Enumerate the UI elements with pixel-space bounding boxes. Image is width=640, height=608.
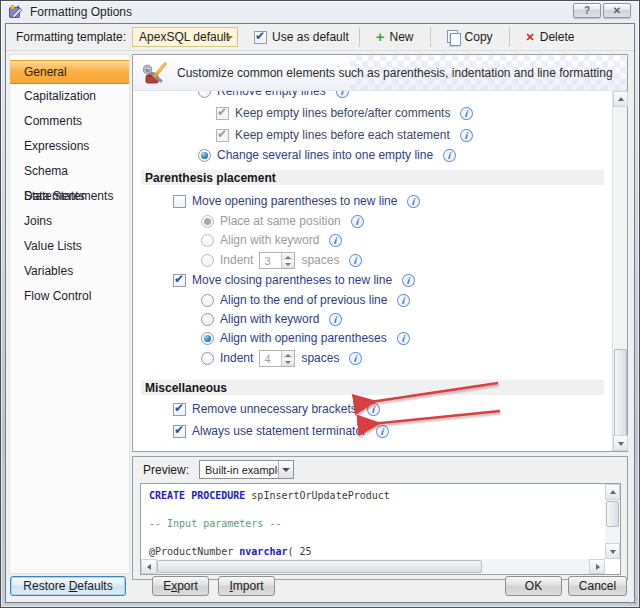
option-move-closing-parentheses[interactable]: Move closing parentheses to new line i: [173, 272, 612, 288]
scrollbar-thumb[interactable]: [614, 349, 627, 439]
resize-grip[interactable]: [627, 595, 637, 605]
radio-icon[interactable]: [198, 91, 211, 98]
checkbox-icon[interactable]: [173, 403, 186, 416]
info-icon[interactable]: i: [442, 148, 457, 163]
ok-button[interactable]: OK: [505, 576, 562, 596]
checkbox-icon[interactable]: [216, 107, 229, 120]
option-align-with-keyword-closing[interactable]: Align with keyword i: [201, 311, 612, 327]
option-place-at-same-position[interactable]: Place at same position i: [201, 213, 612, 229]
clipped-option-row: Remove empty lines i: [198, 91, 612, 103]
scroll-up-icon[interactable]: [613, 91, 628, 107]
spinner-down-icon[interactable]: [282, 358, 294, 366]
option-always-use-statement-terminator[interactable]: Always use statement terminator i: [173, 423, 612, 439]
checkbox-icon[interactable]: [173, 195, 186, 208]
scroll-down-icon[interactable]: [613, 435, 628, 451]
preview-panel: Preview: Built-in example CREATE PROCEDU…: [132, 456, 628, 580]
scrollbar-thumb[interactable]: [157, 560, 482, 573]
info-icon[interactable]: i: [349, 351, 364, 366]
option-align-with-keyword-opening[interactable]: Align with keyword i: [201, 232, 612, 248]
info-icon[interactable]: i: [401, 273, 416, 288]
delete-template-button[interactable]: ✕ Delete: [520, 28, 581, 46]
info-icon[interactable]: i: [329, 233, 344, 248]
spinner-value: 3: [260, 253, 281, 268]
option-align-end-previous-line[interactable]: Align to the end of previous line i: [201, 292, 612, 308]
scroll-down-icon[interactable]: [605, 543, 620, 559]
radio-icon[interactable]: [201, 215, 214, 228]
import-button[interactable]: Import: [218, 576, 275, 596]
use-as-default-checkbox[interactable]: Use as default: [254, 30, 349, 44]
sidebar-item-general[interactable]: General: [10, 60, 129, 84]
scroll-right-icon[interactable]: [589, 559, 605, 574]
info-icon[interactable]: i: [397, 293, 412, 308]
info-icon[interactable]: i: [335, 91, 350, 98]
option-change-several-lines[interactable]: Change several lines into one empty line…: [198, 147, 612, 163]
sidebar-item-variables[interactable]: Variables: [10, 259, 129, 284]
chevron-down-icon[interactable]: [278, 461, 293, 478]
sidebar-item-joins[interactable]: Joins: [10, 209, 129, 234]
restore-defaults-button[interactable]: Restore Defaults: [10, 576, 126, 596]
indent-spinner[interactable]: 3: [259, 252, 295, 269]
cancel-button[interactable]: Cancel: [568, 576, 627, 596]
scroll-up-icon[interactable]: [605, 484, 620, 500]
preview-combobox-value: Built-in example: [205, 464, 283, 476]
sidebar-item-flow-control[interactable]: Flow Control: [10, 284, 129, 309]
scrollbar-thumb[interactable]: [606, 501, 619, 527]
sidebar-item-data-statements[interactable]: Data Statements: [10, 184, 129, 209]
sidebar-item-expressions[interactable]: Expressions: [10, 134, 129, 159]
dialog-body: Formatting template: ApexSQL default Use…: [5, 23, 635, 603]
sidebar-item-value-lists[interactable]: Value Lists: [10, 234, 129, 259]
sql-text: ( 25: [287, 546, 311, 557]
option-indent-opening[interactable]: Indent 3 spaces i: [201, 251, 612, 269]
radio-icon[interactable]: [201, 254, 214, 267]
sidebar-item-comments[interactable]: Comments: [10, 109, 129, 134]
info-icon[interactable]: i: [396, 331, 411, 346]
option-keep-empty-before-after-comments[interactable]: Keep empty lines before/after comments i: [216, 105, 612, 121]
radio-icon[interactable]: [201, 313, 214, 326]
info-icon[interactable]: i: [375, 424, 390, 439]
checkbox-icon[interactable]: [173, 425, 186, 438]
option-keep-empty-before-each-statement[interactable]: Keep empty lines before each statement i: [216, 127, 612, 143]
preview-vertical-scrollbar[interactable]: [605, 484, 620, 559]
info-icon[interactable]: i: [350, 214, 365, 229]
info-icon[interactable]: i: [366, 402, 381, 417]
template-combobox[interactable]: ApexSQL default: [132, 27, 238, 47]
preview-example-combobox[interactable]: Built-in example: [199, 460, 294, 479]
info-icon[interactable]: i: [349, 253, 364, 268]
copy-template-button[interactable]: Copy: [441, 28, 499, 46]
option-indent-closing[interactable]: Indent 4 spaces i: [201, 349, 612, 367]
option-remove-empty-lines[interactable]: Remove empty lines i: [198, 91, 612, 99]
info-icon[interactable]: i: [329, 312, 344, 327]
new-template-button[interactable]: + New: [370, 28, 420, 46]
radio-icon[interactable]: [201, 294, 214, 307]
preview-horizontal-scrollbar[interactable]: [141, 559, 605, 574]
indent-spinner[interactable]: 4: [259, 350, 295, 367]
sql-text: @ProductNumber: [149, 546, 239, 557]
radio-icon[interactable]: [201, 234, 214, 247]
radio-icon[interactable]: [198, 149, 211, 162]
info-icon[interactable]: i: [407, 194, 422, 209]
close-button[interactable]: ✕: [603, 3, 631, 18]
radio-icon[interactable]: [201, 332, 214, 345]
export-button[interactable]: Export: [152, 576, 209, 596]
spinner-down-icon[interactable]: [282, 260, 294, 268]
info-icon[interactable]: i: [460, 106, 475, 121]
checkbox-icon[interactable]: [216, 129, 229, 142]
option-move-opening-parentheses[interactable]: Move opening parentheses to new line i: [173, 193, 612, 209]
option-remove-unnecessary-brackets[interactable]: Remove unnecessary brackets i: [173, 401, 612, 417]
sidebar-item-schema-statements[interactable]: Schema Statements: [10, 159, 129, 184]
sidebar-item-capitalization[interactable]: Capitalization: [10, 84, 129, 109]
option-label: Remove unnecessary brackets: [192, 402, 357, 416]
scroll-left-icon[interactable]: [141, 559, 157, 574]
panel-header-text: Customize common elements such as parent…: [177, 66, 613, 80]
info-icon[interactable]: i: [459, 128, 474, 143]
radio-icon[interactable]: [201, 352, 214, 365]
spinner-up-icon[interactable]: [282, 253, 294, 261]
help-button[interactable]: ?: [573, 3, 601, 18]
option-label: Always use statement terminator: [192, 424, 366, 438]
option-align-with-opening-parentheses[interactable]: Align with opening parentheses i: [201, 330, 612, 346]
options-vertical-scrollbar[interactable]: [612, 91, 627, 451]
option-label: Keep empty lines before each statement: [235, 128, 450, 142]
title-bar[interactable]: Formatting Options ? ✕: [1, 1, 639, 23]
spinner-up-icon[interactable]: [282, 351, 294, 359]
checkbox-icon[interactable]: [173, 274, 186, 287]
